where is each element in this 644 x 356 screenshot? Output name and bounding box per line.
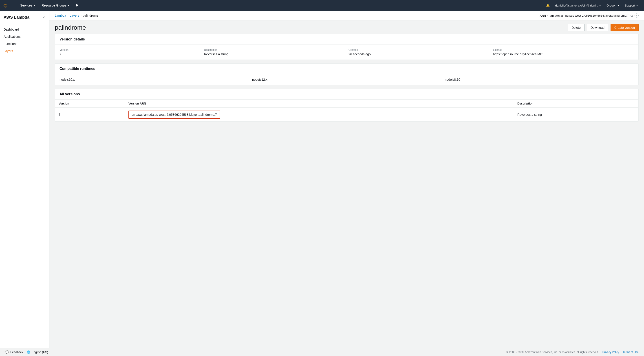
aws-logo[interactable]: aws <box>4 3 12 8</box>
table-row: 7 arn:aws:lambda:us-west-2:053662045684:… <box>55 108 638 121</box>
resource-groups-label: Resource Groups <box>42 4 66 7</box>
created-label: Created <box>348 48 490 52</box>
versions-table-head: Version Version ARN Description <box>55 100 638 108</box>
all-versions-header: All versions <box>55 89 638 100</box>
version-details-body: Version 7 Description Reverses a string … <box>55 45 638 60</box>
breadcrumb-layers[interactable]: Layers <box>70 14 79 17</box>
resource-groups-chevron: ▼ <box>67 4 70 7</box>
row-version: 7 <box>55 108 125 121</box>
user-label: danielle@stackery.io/cli @ dani... <box>555 4 598 7</box>
license-value: https://opensource.org/licenses/MIT <box>493 52 634 56</box>
user-chevron: ▼ <box>599 4 601 7</box>
pin-icon[interactable]: ⚑ <box>74 3 81 8</box>
sidebar-item-applications[interactable]: Applications <box>0 33 49 40</box>
arn-prefix: ARN - <box>540 14 548 17</box>
terms-of-use-link[interactable]: Terms of Use <box>623 350 638 354</box>
version-label: Version <box>60 48 200 52</box>
download-button[interactable]: Download <box>587 24 608 31</box>
page-title: palindrome <box>55 24 86 31</box>
license-label: License <box>493 48 634 52</box>
compatible-runtimes-card: Compatible runtimes nodejs10.x nodejs12.… <box>55 63 638 85</box>
description-value: Reverses a string <box>204 52 345 56</box>
row-description: Reverses a string <box>514 108 638 121</box>
compatible-runtimes-body: nodejs10.x nodejs12.x nodejs8.10 <box>55 74 638 85</box>
copyright-text: © 2008 - 2020, Amazon Web Services, Inc.… <box>506 350 599 354</box>
runtimes-grid: nodejs10.x nodejs12.x nodejs8.10 <box>60 78 634 81</box>
detail-description: Description Reverses a string <box>204 48 345 56</box>
breadcrumb-current: palindrome <box>83 14 98 17</box>
info-icon[interactable]: i <box>634 14 638 18</box>
version-details-header: Version details <box>55 34 638 45</box>
delete-button[interactable]: Delete <box>568 24 584 31</box>
sidebar-nav: Dashboard Applications Functions Layers <box>0 24 49 348</box>
sidebar-item-layers[interactable]: Layers <box>0 48 49 55</box>
services-nav[interactable]: Services ▼ <box>18 3 38 8</box>
arn-value: arn:aws:lambda:us-west-2:053662045684:la… <box>550 14 629 17</box>
copy-arn-icon[interactable]: ⧉ <box>630 14 633 18</box>
arn-area: ARN - arn:aws:lambda:us-west-2:053662045… <box>540 14 638 18</box>
svg-text:aws: aws <box>4 4 8 6</box>
breadcrumb-sep-2: › <box>80 14 82 17</box>
all-versions-card: All versions Version Version ARN Descrip… <box>55 89 638 122</box>
col-version: Version <box>55 100 125 108</box>
footer-left: 💬 Feedback 🌐 English (US) <box>6 350 48 354</box>
detail-created: Created 26 seconds ago <box>348 48 490 56</box>
detail-license: License https://opensource.org/licenses/… <box>493 48 634 56</box>
breadcrumb-sep-1: › <box>68 14 68 17</box>
notifications-icon[interactable]: 🔔 <box>544 3 552 8</box>
support-label: Support <box>625 4 635 7</box>
header-actions: Delete Download Create version <box>568 24 638 31</box>
footer: 💬 Feedback 🌐 English (US) © 2008 - 2020,… <box>0 348 644 356</box>
sidebar-close-button[interactable]: × <box>42 14 46 20</box>
detail-version: Version 7 <box>60 48 200 56</box>
compatible-runtimes-header: Compatible runtimes <box>55 64 638 74</box>
sidebar-title: AWS Lambda <box>4 15 30 20</box>
feedback-label: Feedback <box>10 350 23 354</box>
breadcrumb-lambda[interactable]: Lambda <box>55 14 66 17</box>
sidebar-item-dashboard[interactable]: Dashboard <box>0 26 49 33</box>
footer-right: © 2008 - 2020, Amazon Web Services, Inc.… <box>506 350 638 354</box>
globe-icon: 🌐 <box>27 350 30 354</box>
all-versions-body: Version Version ARN Description 7 arn:aw… <box>55 100 638 121</box>
runtime-0: nodejs10.x <box>60 78 248 81</box>
highlighted-arn[interactable]: arn:aws:lambda:us-west-2:053662045684:la… <box>128 111 220 119</box>
row-version-arn: arn:aws:lambda:us-west-2:053662045684:la… <box>125 108 514 121</box>
region-menu[interactable]: Oregon ▼ <box>604 3 622 8</box>
col-version-arn: Version ARN <box>125 100 514 108</box>
breadcrumb: Lambda › Layers › palindrome <box>55 14 98 17</box>
services-label: Services <box>20 4 32 7</box>
versions-table-body: 7 arn:aws:lambda:us-west-2:053662045684:… <box>55 108 638 121</box>
content-topbar: Lambda › Layers › palindrome ARN - arn:a… <box>50 11 644 21</box>
version-details-grid: Version 7 Description Reverses a string … <box>60 48 634 56</box>
region-chevron: ▼ <box>617 4 620 7</box>
runtime-2: nodejs8.10 <box>445 78 634 81</box>
page-header: palindrome Delete Download Create versio… <box>50 21 644 34</box>
versions-table-header-row: Version Version ARN Description <box>55 100 638 108</box>
col-description: Description <box>514 100 638 108</box>
version-value: 7 <box>60 52 200 56</box>
version-details-card: Version details Version 7 Description Re… <box>55 34 638 60</box>
description-label: Description <box>204 48 345 52</box>
created-value: 26 seconds ago <box>348 52 490 56</box>
sidebar-header: AWS Lambda × <box>0 11 49 24</box>
resource-groups-nav[interactable]: Resource Groups ▼ <box>40 3 72 8</box>
support-chevron: ▼ <box>636 4 638 7</box>
nav-right: 🔔 danielle@stackery.io/cli @ dani... ▼ O… <box>544 3 640 8</box>
language-selector[interactable]: 🌐 English (US) <box>27 350 48 354</box>
create-version-button[interactable]: Create version <box>610 24 638 31</box>
top-navigation: aws Services ▼ Resource Groups ▼ ⚑ 🔔 dan… <box>0 0 644 11</box>
language-label: English (US) <box>32 350 48 354</box>
content-area: Lambda › Layers › palindrome ARN - arn:a… <box>50 11 644 348</box>
runtime-1: nodejs12.x <box>252 78 441 81</box>
privacy-policy-link[interactable]: Privacy Policy <box>602 350 619 354</box>
user-menu[interactable]: danielle@stackery.io/cli @ dani... ▼ <box>553 3 603 8</box>
region-label: Oregon <box>606 4 616 7</box>
sidebar-item-functions[interactable]: Functions <box>0 40 49 48</box>
feedback-button[interactable]: 💬 Feedback <box>6 350 23 354</box>
feedback-icon: 💬 <box>6 350 9 354</box>
support-menu[interactable]: Support ▼ <box>623 3 640 8</box>
sidebar: AWS Lambda × Dashboard Applications Func… <box>0 11 50 348</box>
versions-table: Version Version ARN Description 7 arn:aw… <box>55 100 638 121</box>
services-chevron: ▼ <box>33 4 36 7</box>
